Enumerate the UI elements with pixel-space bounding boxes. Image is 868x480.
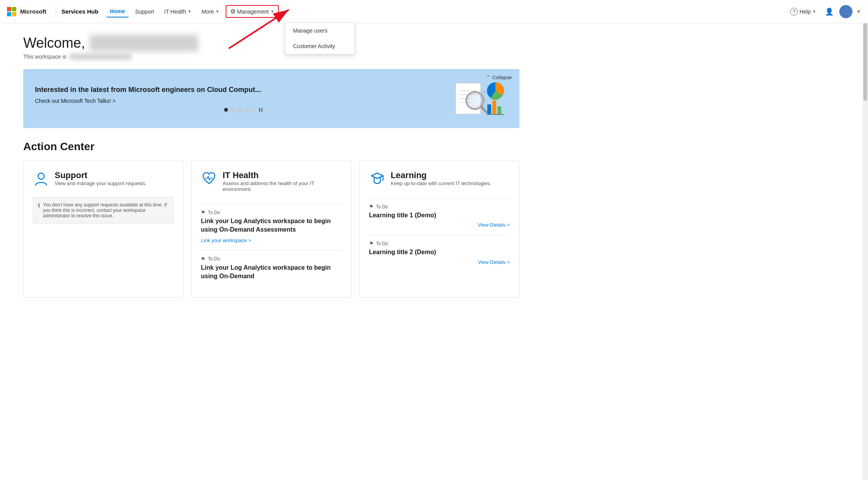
learning-card-desc: Keep up-to-date with current IT technolo… (391, 180, 491, 186)
flag-icon-3: ⚑ (369, 204, 374, 210)
flag-icon-2: ⚑ (201, 256, 205, 262)
learning-view-details-1[interactable]: View Details > (369, 222, 510, 228)
learning-todo-label-2: ⚑ To Do (369, 241, 510, 246)
ithealth-todo-title-1: Link your Log Analytics workspace to beg… (201, 217, 342, 234)
ithealth-card-title: IT Health (223, 170, 342, 180)
scrollbar-thumb[interactable] (863, 23, 867, 101)
banner-pause[interactable] (259, 108, 264, 112)
banner-illustration (454, 79, 508, 118)
notifications-button[interactable]: 👤 (823, 5, 835, 18)
ithealth-todo-2: ⚑ To Do Link your Log Analytics workspac… (201, 256, 342, 281)
action-center-section: Action Center Support View and manage yo… (23, 140, 519, 298)
learning-todo-title-2: Learning title 2 (Demo) (369, 248, 510, 256)
microsoft-brand-label: Microsoft (20, 8, 47, 15)
todo-label-1: ⚑ To Do (201, 210, 342, 215)
top-navigation: Microsoft Services Hub Home Support IT H… (0, 0, 868, 23)
banner-content: Interested in the latest from Microsoft … (35, 86, 454, 112)
banner-dot-3[interactable] (238, 108, 242, 112)
support-info-box: ℹ You don't have any support requests av… (33, 197, 174, 224)
info-circle-icon: ℹ (38, 202, 40, 218)
support-icon (33, 170, 49, 187)
card-divider-4 (369, 235, 510, 235)
username-blurred (90, 35, 198, 51)
ms-grid-icon (7, 7, 16, 16)
ithealth-card-header: IT Health Assess and address the health … (201, 170, 342, 198)
ithealth-todo-1: ⚑ To Do Link your Log Analytics workspac… (201, 210, 342, 243)
svg-rect-11 (487, 104, 491, 114)
main-content: Welcome, This workspace is Interested in… (0, 23, 543, 309)
nav-support-link[interactable]: Support (131, 6, 158, 17)
learning-card: Learning Keep up-to-date with current IT… (359, 161, 519, 298)
welcome-title: Welcome, (23, 35, 519, 51)
action-center-title: Action Center (23, 140, 519, 153)
support-card-title: Support (55, 170, 147, 180)
scrollbar-track[interactable] (863, 0, 868, 309)
dropdown-manage-users[interactable]: Manage users (285, 23, 354, 38)
gear-icon: ⚙ (230, 8, 236, 15)
flag-icon-4: ⚑ (369, 241, 374, 246)
nav-divider (56, 6, 56, 17)
learning-todo-label-1: ⚑ To Do (369, 204, 510, 210)
nav-ithealth-link[interactable]: IT Health ▼ (160, 6, 195, 17)
collapse-chevron-icon: ⌃ (486, 75, 490, 80)
ithealth-card: IT Health Assess and address the health … (191, 161, 351, 298)
learning-todo-title-1: Learning title 1 (Demo) (369, 211, 510, 220)
more-chevron: ▼ (216, 9, 219, 14)
learning-todo-2: ⚑ To Do Learning title 2 (Demo) View Det… (369, 241, 510, 265)
banner-link[interactable]: Check out Microsoft Tech Talks! > (35, 98, 454, 104)
card-divider-2 (201, 250, 342, 251)
workspace-text: This workspace is (23, 54, 519, 60)
management-dropdown-menu: Manage users Customer Activity (285, 23, 355, 54)
learning-card-header: Learning Keep up-to-date with current IT… (369, 170, 510, 192)
learning-icon (369, 170, 385, 187)
svg-point-17 (38, 173, 44, 179)
svg-rect-13 (497, 106, 501, 114)
help-icon: ? (790, 8, 798, 16)
support-card-header: Support View and manage your support req… (33, 170, 174, 192)
ithealth-todo-link-1[interactable]: Link your workspace > (201, 237, 342, 243)
nav-home-link[interactable]: Home (106, 6, 129, 17)
user-avatar[interactable] (839, 5, 852, 18)
banner-dot-5[interactable] (252, 108, 256, 112)
welcome-section: Welcome, This workspace is (23, 35, 519, 60)
help-chevron: ▼ (812, 9, 816, 14)
ithealth-chevron: ▼ (188, 9, 192, 14)
todo-label-2: ⚑ To Do (201, 256, 342, 262)
svg-line-9 (481, 107, 487, 112)
microsoft-logo[interactable]: Microsoft (7, 7, 47, 16)
promo-banner: Interested in the latest from Microsoft … (23, 69, 519, 128)
ithealth-todo-title-2: Link your Log Analytics workspace to beg… (201, 263, 342, 281)
banner-dot-1[interactable] (224, 108, 228, 112)
learning-view-details-2[interactable]: View Details > (369, 259, 510, 265)
nav-right-section: ? Help ▼ 👤 ▼ (787, 5, 861, 18)
app-name-label: Services Hub (62, 8, 98, 15)
banner-collapse-button[interactable]: ⌃ Collapse (486, 75, 512, 80)
help-menu[interactable]: ? Help ▼ (787, 6, 819, 17)
support-card: Support View and manage your support req… (23, 161, 183, 298)
dropdown-customer-activity[interactable]: Customer Activity (285, 38, 354, 54)
nav-links: Home Support IT Health ▼ More ▼ ⚙ Manage… (106, 5, 787, 18)
card-divider-1 (201, 204, 342, 204)
banner-title: Interested in the latest from Microsoft … (35, 86, 454, 94)
banner-dot-4[interactable] (245, 108, 249, 112)
action-center-cards: Support View and manage your support req… (23, 161, 519, 298)
health-icon (201, 170, 217, 187)
banner-dot-2[interactable] (231, 108, 235, 112)
management-chevron: ▼ (270, 9, 274, 14)
nav-more-link[interactable]: More ▼ (198, 6, 223, 17)
flag-icon-1: ⚑ (201, 210, 205, 215)
learning-card-title: Learning (391, 170, 491, 180)
svg-rect-12 (492, 101, 496, 114)
profile-dropdown-arrow[interactable]: ▼ (856, 9, 861, 14)
svg-point-8 (468, 94, 481, 107)
nav-management-link[interactable]: ⚙ Management ▼ (226, 5, 279, 18)
learning-todo-1: ⚑ To Do Learning title 1 (Demo) View Det… (369, 204, 510, 228)
banner-dots (35, 108, 454, 112)
support-card-desc: View and manage your support requests. (55, 180, 147, 186)
ithealth-card-desc: Assess and address the health of your IT… (223, 180, 342, 192)
card-divider-3 (369, 198, 510, 198)
workspace-name-blurred (69, 54, 131, 60)
